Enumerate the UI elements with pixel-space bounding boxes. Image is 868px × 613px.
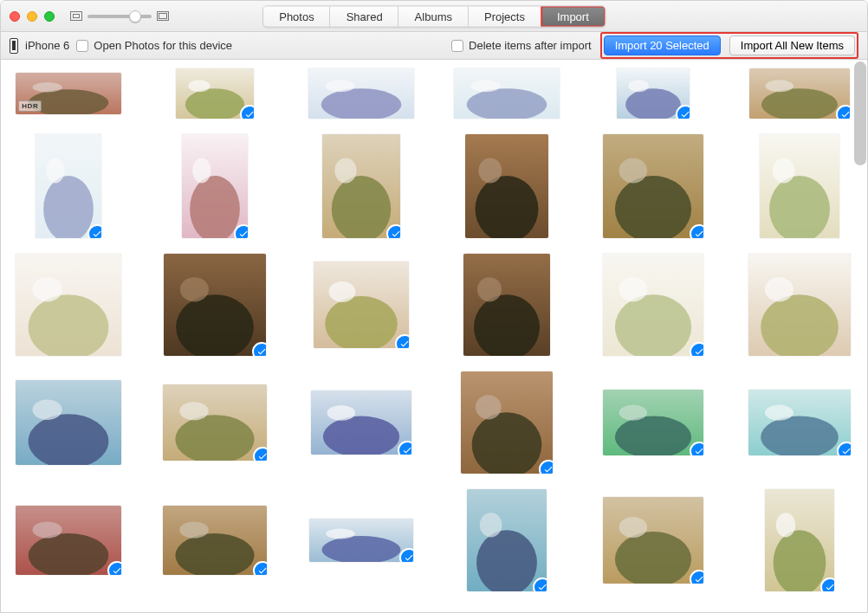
photo-thumbnail[interactable]	[16, 380, 121, 465]
selected-check-icon[interactable]	[676, 105, 690, 119]
selected-check-icon[interactable]	[253, 447, 267, 461]
selected-check-icon[interactable]	[690, 342, 703, 356]
zoom-slider[interactable]	[87, 15, 152, 18]
svg-point-20	[46, 158, 64, 184]
tab-albums[interactable]: Albums	[399, 6, 469, 26]
photo-thumbnail[interactable]	[163, 384, 267, 461]
close-window-button[interactable]	[10, 11, 20, 22]
photo-thumbnail[interactable]	[465, 134, 548, 238]
svg-point-35	[772, 158, 794, 184]
photo-thumbnail[interactable]	[765, 489, 834, 591]
photo-thumbnail[interactable]	[603, 390, 703, 455]
selected-check-icon[interactable]	[252, 342, 266, 356]
photo-thumbnail[interactable]	[163, 506, 267, 575]
photo-thumbnail[interactable]: HDR	[16, 73, 121, 114]
photos-app-window: Photos Shared Albums Projects Import iPh…	[0, 0, 868, 613]
device-phone-icon	[10, 38, 18, 54]
hdr-badge: HDR	[18, 100, 42, 112]
photo-thumbnail[interactable]	[748, 390, 851, 455]
photo-thumbnail[interactable]	[182, 134, 248, 238]
svg-point-77	[179, 521, 209, 538]
photo-thumbnail[interactable]	[454, 68, 560, 119]
svg-point-59	[179, 402, 209, 420]
photo-thumbnail[interactable]	[308, 68, 414, 119]
svg-point-71	[765, 404, 794, 420]
minimize-window-button[interactable]	[27, 11, 37, 22]
import-selected-button[interactable]: Import 20 Selected	[604, 35, 721, 55]
view-tabs: Photos Shared Albums Projects Import	[262, 5, 606, 27]
svg-point-86	[619, 517, 647, 538]
photo-thumbnail[interactable]	[617, 68, 690, 119]
selected-check-icon[interactable]	[690, 570, 703, 584]
svg-point-38	[33, 277, 62, 301]
svg-point-62	[327, 405, 354, 421]
tab-projects[interactable]: Projects	[469, 6, 541, 26]
tab-photos[interactable]: Photos	[263, 6, 330, 26]
thumbnail-grid[interactable]: HDR	[1, 60, 867, 612]
svg-point-80	[326, 529, 355, 539]
svg-point-53	[765, 277, 794, 301]
selected-check-icon[interactable]	[533, 578, 547, 591]
open-photos-checkbox[interactable]: Open Photos for this device	[76, 39, 232, 52]
thumbnail-zoom-control	[70, 11, 169, 21]
import-all-new-button[interactable]: Import All New Items	[729, 35, 855, 55]
selected-check-icon[interactable]	[539, 460, 553, 474]
svg-point-23	[192, 158, 211, 184]
photo-thumbnail[interactable]	[16, 254, 121, 356]
svg-point-11	[471, 80, 501, 92]
svg-point-74	[33, 521, 62, 538]
svg-point-26	[334, 158, 356, 184]
photo-thumbnail[interactable]	[749, 68, 850, 119]
selected-check-icon[interactable]	[690, 224, 703, 238]
fullscreen-window-button[interactable]	[44, 11, 55, 22]
svg-point-47	[477, 277, 502, 301]
delete-after-import-checkbox[interactable]: Delete items after import	[451, 39, 592, 52]
photo-thumbnail[interactable]	[463, 254, 550, 356]
photo-thumbnail[interactable]	[461, 371, 553, 474]
photo-thumbnail[interactable]	[309, 519, 413, 562]
window-controls	[10, 11, 55, 22]
svg-point-14	[628, 80, 649, 92]
photo-thumbnail[interactable]	[760, 134, 839, 238]
selected-check-icon[interactable]	[690, 442, 703, 455]
zoom-in-icon[interactable]	[157, 11, 169, 21]
photo-thumbnail[interactable]	[603, 497, 703, 584]
photo-thumbnail[interactable]	[603, 134, 703, 238]
tab-shared[interactable]: Shared	[331, 6, 399, 26]
svg-point-68	[619, 404, 647, 420]
svg-point-41	[180, 277, 209, 301]
photo-thumbnail[interactable]	[322, 134, 400, 238]
tab-import[interactable]: Import	[541, 6, 605, 26]
photo-thumbnail[interactable]	[164, 254, 266, 356]
open-photos-checkbox-input[interactable]	[76, 40, 88, 52]
selected-check-icon[interactable]	[234, 224, 248, 238]
zoom-slider-knob[interactable]	[129, 10, 141, 23]
zoom-out-icon[interactable]	[70, 11, 82, 21]
selected-check-icon[interactable]	[240, 105, 254, 119]
svg-point-17	[765, 80, 793, 92]
photo-thumbnail[interactable]	[748, 254, 851, 356]
photo-thumbnail[interactable]	[314, 261, 409, 348]
selected-check-icon[interactable]	[87, 224, 101, 238]
photo-thumbnail[interactable]	[36, 134, 101, 238]
svg-point-83	[480, 513, 502, 537]
import-toolbar: iPhone 6 Open Photos for this device Del…	[1, 32, 867, 60]
svg-point-8	[325, 80, 354, 92]
delete-after-import-checkbox-input[interactable]	[451, 40, 463, 52]
selected-check-icon[interactable]	[253, 561, 267, 575]
photo-thumbnail[interactable]	[16, 506, 121, 575]
svg-point-89	[775, 513, 794, 537]
photo-thumbnail[interactable]	[311, 390, 411, 455]
photo-thumbnail[interactable]	[467, 489, 547, 591]
vertical-scrollbar[interactable]	[854, 61, 866, 165]
delete-after-import-label: Delete items after import	[469, 39, 592, 52]
selected-check-icon[interactable]	[107, 561, 121, 575]
photo-thumbnail[interactable]	[603, 254, 703, 356]
svg-point-44	[328, 281, 355, 302]
svg-point-2	[33, 82, 62, 93]
device-name: iPhone 6	[25, 39, 69, 52]
titlebar: Photos Shared Albums Projects Import	[1, 1, 867, 32]
svg-point-65	[476, 395, 502, 419]
photo-thumbnail[interactable]	[176, 68, 254, 119]
open-photos-label: Open Photos for this device	[94, 39, 232, 52]
